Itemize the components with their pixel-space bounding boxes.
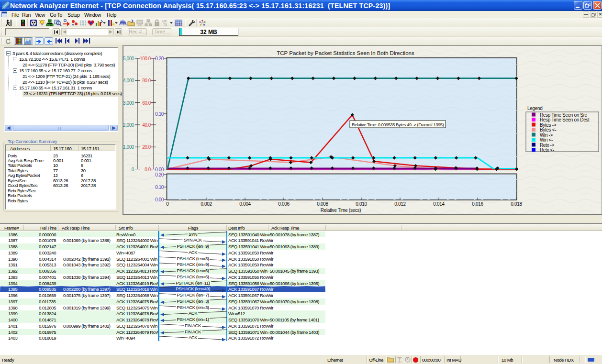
svg-text:Relative Time: 0.009535 Bytes: Relative Time: 0.009535 Bytes 49 -> (Fra… bbox=[352, 122, 444, 127]
svg-text:0.20: 0.20 bbox=[155, 56, 164, 61]
svg-text:20.0: 20.0 bbox=[142, 144, 151, 150]
svg-text:0.018: 0.018 bbox=[511, 201, 522, 207]
svg-text:Relative Time (secs): Relative Time (secs) bbox=[321, 208, 361, 213]
svg-text:0.10: 0.10 bbox=[155, 111, 164, 117]
svg-text:1,000: 1,000 bbox=[123, 144, 134, 150]
svg-text:Bytes <-: Bytes <- bbox=[540, 127, 556, 132]
svg-text:0.002: 0.002 bbox=[201, 201, 212, 207]
svg-text:Resp Time Seen on Src: Resp Time Seen on Src bbox=[540, 112, 587, 118]
svg-text:TS: TS bbox=[163, 23, 167, 26]
svg-text:Win <-: Win <- bbox=[540, 137, 553, 143]
svg-text:0.10: 0.10 bbox=[155, 185, 164, 190]
svg-text:80.0: 80.0 bbox=[142, 78, 151, 83]
svg-text:0.20: 0.20 bbox=[155, 172, 164, 177]
svg-text:0.008: 0.008 bbox=[317, 201, 328, 207]
svg-text:0.0: 0.0 bbox=[145, 167, 151, 172]
svg-text:5,000: 5,000 bbox=[123, 56, 134, 61]
svg-text:Resp Time Seen on Dest: Resp Time Seen on Dest bbox=[540, 117, 590, 122]
svg-text:0.012: 0.012 bbox=[394, 201, 406, 207]
svg-text:0: 0 bbox=[132, 167, 134, 172]
svg-text:40.0: 40.0 bbox=[142, 122, 151, 128]
svg-text:0.016: 0.016 bbox=[472, 201, 483, 207]
svg-text:MP: MP bbox=[162, 20, 167, 23]
svg-text:4,000: 4,000 bbox=[123, 78, 134, 83]
svg-text:Bytes ->: Bytes -> bbox=[540, 122, 557, 128]
svg-text:0.004: 0.004 bbox=[239, 201, 251, 207]
svg-text:0.014: 0.014 bbox=[433, 201, 445, 207]
svg-text:0.010: 0.010 bbox=[356, 201, 367, 207]
svg-text:100.0: 100.0 bbox=[140, 56, 151, 61]
svg-text:Win ->: Win -> bbox=[540, 132, 553, 138]
svg-text:2,000: 2,000 bbox=[123, 122, 134, 128]
svg-text:60.0: 60.0 bbox=[142, 100, 151, 106]
svg-text:Retx ->: Retx -> bbox=[540, 143, 555, 148]
svg-text:3,000: 3,000 bbox=[123, 100, 134, 106]
svg-text:Retx <-: Retx <- bbox=[540, 147, 554, 153]
svg-text:Legend: Legend bbox=[527, 106, 543, 111]
svg-text:0: 0 bbox=[166, 201, 169, 207]
svg-text:0.006: 0.006 bbox=[278, 201, 290, 207]
svg-text:0.00: 0.00 bbox=[155, 167, 164, 172]
svg-text:0.00: 0.00 bbox=[155, 197, 164, 202]
svg-text:TCP Packet by Packet Statistic: TCP Packet by Packet Statistics Seen in … bbox=[277, 50, 414, 56]
svg-text:LME: LME bbox=[137, 24, 142, 27]
